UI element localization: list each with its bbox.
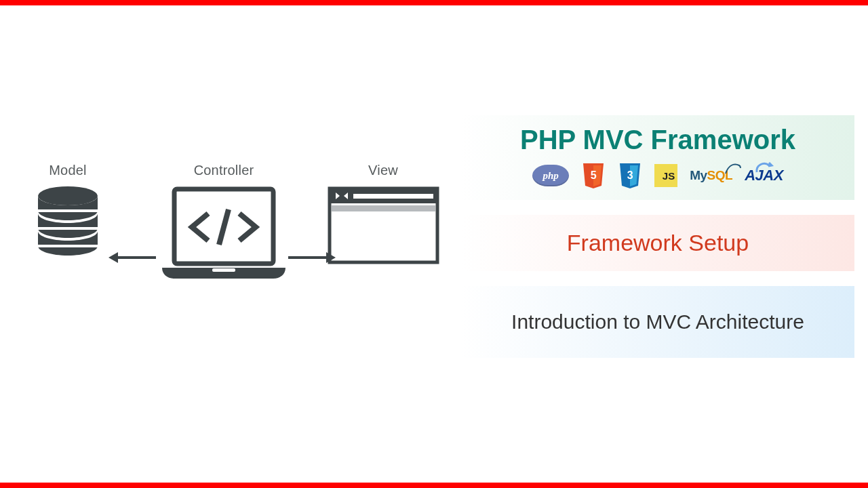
model-label: Model — [27, 163, 108, 178]
controller-label: Controller — [156, 163, 292, 178]
php-logo-icon: php — [532, 165, 569, 186]
main-title-panel: PHP MVC Framework php 5 3 JS MySQL AJAX — [461, 115, 854, 200]
database-icon — [37, 186, 99, 268]
svg-rect-8 — [353, 194, 433, 199]
mvc-diagram: Model Controller — [20, 163, 441, 339]
css3-logo-icon: 3 — [618, 162, 642, 189]
html5-logo-icon: 5 — [581, 162, 606, 189]
browser-window-icon — [328, 186, 439, 264]
page-topic: Introduction to MVC Architecture — [476, 310, 840, 333]
ajax-logo-icon: AJAX — [745, 167, 783, 184]
view-node: View — [326, 163, 441, 264]
laptop-code-icon — [159, 186, 288, 288]
page-title: PHP MVC Framework — [476, 125, 840, 155]
mysql-logo-icon: MySQL — [690, 168, 732, 183]
bottom-border-bar — [0, 483, 868, 488]
svg-rect-5 — [212, 268, 235, 272]
svg-rect-1 — [38, 209, 98, 212]
js-logo-icon: JS — [654, 164, 677, 187]
arrow-left-icon — [108, 251, 156, 264]
tech-logo-row: php 5 3 JS MySQL AJAX — [476, 162, 840, 189]
page-subtitle: Framework Setup — [476, 230, 840, 256]
svg-rect-3 — [38, 245, 98, 247]
topic-panel: Introduction to MVC Architecture — [461, 286, 854, 358]
controller-node: Controller — [156, 163, 292, 288]
view-label: View — [326, 163, 441, 178]
model-node: Model — [27, 163, 108, 268]
title-panels: PHP MVC Framework php 5 3 JS MySQL AJAX — [461, 115, 854, 373]
top-border-bar — [0, 0, 868, 5]
subtitle-panel: Framework Setup — [461, 215, 854, 271]
svg-point-0 — [38, 186, 98, 205]
svg-rect-9 — [332, 205, 435, 211]
svg-rect-2 — [38, 227, 98, 230]
